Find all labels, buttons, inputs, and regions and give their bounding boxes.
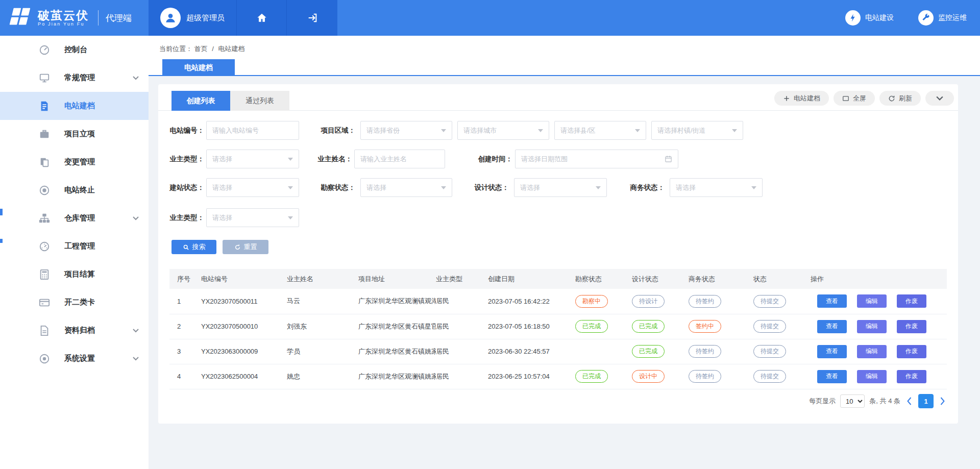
- next-page-button[interactable]: [938, 397, 947, 405]
- address-cell: 广东深圳龙华区观澜镇姚家庄...: [358, 364, 436, 389]
- status-cell: 待提交: [753, 364, 811, 389]
- caret-down-icon: [288, 186, 293, 189]
- status-badge: 待设计: [632, 295, 665, 308]
- table-body: 1YX2023070500011马云广东深圳龙华区观澜镇观湖路...居民2023…: [169, 289, 947, 389]
- edit-button[interactable]: 编辑: [857, 294, 887, 308]
- prev-page-button[interactable]: [905, 397, 914, 405]
- tab-create-list[interactable]: 创建列表: [172, 91, 230, 111]
- sidebar-scroll-indicator[interactable]: [0, 239, 3, 243]
- sidebar-item-label: 电站建档: [64, 101, 95, 111]
- sidebar-item-label: 工程管理: [64, 241, 95, 251]
- status-cell: 待提交: [753, 314, 811, 339]
- sidebar-item-engineering-management[interactable]: 工程管理: [0, 232, 149, 260]
- void-button[interactable]: 作废: [897, 345, 926, 358]
- survey-status-cell: 勘察中: [575, 289, 632, 314]
- sidebar-item-system-settings[interactable]: 系统设置: [0, 344, 149, 373]
- breadcrumb-home-link[interactable]: 首页: [194, 45, 208, 53]
- view-button[interactable]: 查看: [817, 370, 847, 383]
- owner-type-select[interactable]: 请选择: [206, 150, 299, 168]
- build-status-select[interactable]: 请选择: [206, 178, 299, 197]
- placeholder-text: 请选择: [366, 183, 441, 192]
- logout-button[interactable]: [287, 0, 337, 36]
- sidebar-item-general-management[interactable]: 常规管理: [0, 64, 149, 92]
- per-page-select[interactable]: 10: [840, 394, 865, 408]
- reset-button[interactable]: 重置: [223, 240, 268, 254]
- col-owner-name: 业主姓名: [287, 269, 358, 289]
- status-badge: 已完成: [632, 345, 665, 358]
- survey-status-select[interactable]: 请选择: [360, 178, 452, 197]
- nav-monitor-ops[interactable]: 监控运维: [918, 10, 967, 26]
- town-select[interactable]: 请选择村镇/街道: [651, 121, 743, 140]
- created-date-cell: 2023-07-05 16:18:50: [488, 314, 575, 339]
- sidebar-item-station-filing[interactable]: 电站建档: [0, 92, 149, 120]
- brand: 破茧云伏 Po Jian Yun Fu 代理端: [8, 0, 132, 36]
- station-no-input[interactable]: 请输入电站编号: [206, 121, 299, 140]
- sidebar-item-label: 资料归档: [64, 326, 95, 335]
- city-select[interactable]: 请选择城市: [457, 121, 549, 140]
- business-status-select[interactable]: 请选择: [670, 178, 763, 197]
- toolbar-refresh-button[interactable]: 刷新: [879, 91, 921, 106]
- sidebar-item-station-termination[interactable]: 电站终止: [0, 176, 149, 204]
- design-status-select[interactable]: 请选择: [514, 178, 607, 197]
- chevron-down-icon: [133, 76, 139, 80]
- toolbar-add-station-button[interactable]: 电站建档: [774, 91, 829, 106]
- created-date-cell: 2023-07-05 16:42:22: [488, 289, 575, 314]
- col-address: 项目地址: [358, 269, 436, 289]
- owner-type2-select[interactable]: 请选择: [206, 208, 299, 227]
- void-button[interactable]: 作废: [897, 294, 926, 308]
- breadcrumb-strip: 当前位置： 首页 / 电站建档 电站建档: [149, 36, 980, 76]
- create-time-label: 创建时间：: [472, 150, 512, 168]
- owner-name-cell: 姚忠: [287, 364, 358, 389]
- sidebar-item-second-class-card[interactable]: 开二类卡: [0, 288, 149, 316]
- sidebar-item-data-archive[interactable]: 资料归档: [0, 316, 149, 344]
- placeholder-text: 请选择: [520, 183, 596, 192]
- search-icon: [183, 244, 189, 251]
- sidebar-item-console[interactable]: 控制台: [0, 36, 149, 64]
- void-button[interactable]: 作废: [897, 370, 926, 383]
- page-tab-station-filing[interactable]: 电站建档: [162, 59, 235, 76]
- toolbar-fullscreen-button[interactable]: 全屏: [834, 91, 875, 106]
- station-id-cell: YX2023063000009: [201, 339, 287, 364]
- status-cell: 待提交: [753, 289, 811, 314]
- sidebar-item-project-settlement[interactable]: 项目结算: [0, 260, 149, 288]
- sidebar-item-project-initiation[interactable]: 项目立项: [0, 120, 149, 148]
- breadcrumb-separator: /: [212, 45, 214, 53]
- user-profile[interactable]: 超级管理员: [149, 0, 236, 36]
- placeholder-text: 请选择: [212, 183, 288, 192]
- edit-button[interactable]: 编辑: [857, 345, 887, 358]
- edit-button[interactable]: 编辑: [857, 320, 887, 333]
- void-button[interactable]: 作废: [897, 320, 926, 333]
- chevron-down-icon: [133, 216, 139, 220]
- view-button[interactable]: 查看: [817, 345, 847, 358]
- sidebar-item-label: 仓库管理: [64, 213, 95, 223]
- status-badge: 待提交: [753, 345, 786, 358]
- sidebar-item-change-management[interactable]: 变更管理: [0, 148, 149, 176]
- caret-down-icon: [596, 186, 601, 189]
- toolbar-more-button[interactable]: [925, 91, 954, 106]
- table-header-row: 序号 电站编号 业主姓名 项目地址 业主类型 创建日期 勘察状态 设计状态 商务…: [169, 269, 947, 289]
- search-button[interactable]: 搜索: [172, 240, 216, 254]
- placeholder-text: 请选择日期范围: [521, 155, 665, 164]
- lightning-icon: [845, 10, 861, 26]
- col-actions: 操作: [811, 269, 947, 289]
- home-button[interactable]: [237, 0, 286, 36]
- caret-down-icon: [441, 129, 446, 132]
- edit-button[interactable]: 编辑: [857, 370, 887, 383]
- owner-type-label: 业主类型：: [163, 150, 204, 168]
- view-button[interactable]: 查看: [817, 320, 847, 333]
- survey-status-cell: 已完成: [575, 364, 632, 389]
- create-time-range-input[interactable]: 请选择日期范围: [515, 150, 678, 168]
- sidebar-scroll-indicator[interactable]: [0, 209, 3, 215]
- district-select[interactable]: 请选择县/区: [554, 121, 646, 140]
- chevron-down-icon: [936, 95, 943, 102]
- province-select[interactable]: 请选择省份: [360, 121, 452, 140]
- view-button[interactable]: 查看: [817, 294, 847, 308]
- total-count-text: 条, 共 4 条: [869, 397, 900, 406]
- owner-type2-label: 业主类型：: [163, 208, 204, 227]
- app-header: 破茧云伏 Po Jian Yun Fu 代理端 超级管理员 电站建设 监控运维: [0, 0, 980, 36]
- page-number-1[interactable]: 1: [918, 394, 934, 408]
- owner-name-input[interactable]: 请输入业主姓名: [354, 150, 445, 168]
- nav-station-build[interactable]: 电站建设: [845, 10, 894, 26]
- tab-passed-list[interactable]: 通过列表: [230, 91, 289, 111]
- sidebar-item-warehouse-management[interactable]: 仓库管理: [0, 204, 149, 232]
